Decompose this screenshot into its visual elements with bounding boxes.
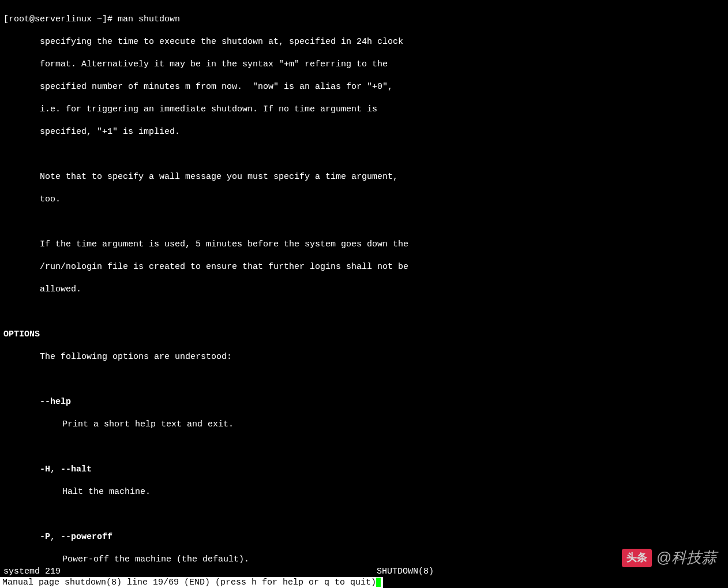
option-desc: Print a short help text and exit. [3, 419, 725, 430]
desc-text: allowed. [3, 284, 725, 295]
watermark: 头条 @科技蒜 [622, 548, 716, 568]
footer-right: SHUTDOWN(8) [377, 566, 434, 578]
option-flag-help: --help [3, 396, 725, 408]
options-header: OPTIONS [3, 329, 725, 340]
option-flag-poweroff: -P, --poweroff [3, 531, 725, 543]
desc-text: specified number of minutes m from now. … [3, 81, 725, 93]
desc-text: format. Alternatively it may be in the s… [3, 59, 725, 70]
manpage-footer: systemd 219 SHUTDOWN(8) [3, 566, 728, 578]
pager-status-bar[interactable]: Manual page shutdown(8) line 19/69 (END)… [0, 577, 383, 589]
desc-text: i.e. for triggering an immediate shutdow… [3, 104, 725, 115]
desc-text: too. [3, 194, 725, 205]
desc-text: If the time argument is used, 5 minutes … [3, 239, 725, 250]
footer-left: systemd 219 [3, 566, 61, 578]
option-desc: Power-off the machine (the default). [3, 554, 725, 565]
desc-text: specifying the time to execute the shutd… [3, 36, 725, 48]
desc-text: /run/nologin file is created to ensure t… [3, 261, 725, 273]
status-text: Manual page shutdown(8) line 19/69 (END)… [2, 577, 376, 589]
watermark-text: @科技蒜 [656, 548, 716, 568]
prompt-line: [root@serverlinux ~]# man shutdown [3, 14, 725, 25]
desc-text: specified, "+1" is implied. [3, 126, 725, 138]
cursor-icon [376, 578, 381, 587]
options-intro: The following options are understood: [3, 351, 725, 363]
watermark-logo-icon: 头条 [622, 549, 652, 567]
option-flag-halt: -H, --halt [3, 464, 725, 475]
desc-text: Note that to specify a wall message you … [3, 171, 725, 183]
terminal-output[interactable]: [root@serverlinux ~]# man shutdown speci… [0, 0, 728, 588]
option-desc: Halt the machine. [3, 486, 725, 498]
